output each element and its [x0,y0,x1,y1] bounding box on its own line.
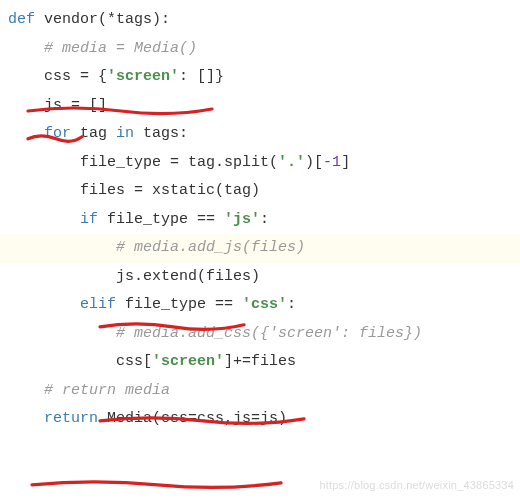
code-line: files = xstatic(tag) [0,177,520,206]
code-line: js.extend(files) [0,263,520,292]
list: [] [80,97,107,114]
var-css: css [44,68,80,85]
call-split: tag.split( [179,154,278,171]
var-css: css[ [116,353,152,370]
bracket-end: ] [224,353,233,370]
call-extend: js.extend(files) [116,268,260,285]
watermark-text: https://blog.csdn.net/weixin_43865334 [319,475,514,496]
brace: { [89,68,107,85]
var-files: files [80,182,134,199]
space [233,296,242,313]
string: 'css' [242,296,287,313]
op-assign: = [134,182,143,199]
keyword-elif: elif [80,296,116,313]
colon: : [287,296,296,313]
bracket: )[ [305,154,323,171]
args-end: js) [260,410,287,427]
string: 'js' [224,211,260,228]
params: (*tags): [98,11,170,28]
var-js: js [44,97,71,114]
number: -1 [323,154,341,171]
code-line: if file_type == 'js': [0,206,520,235]
keyword-in: in [116,125,134,142]
var: file_type [98,211,197,228]
comment: # media = Media() [44,40,197,57]
call-media: Media(css [98,410,188,427]
code-line: js = [] [0,92,520,121]
var-tags: tags: [134,125,188,142]
op-assign: = [188,410,197,427]
var-tag: tag [71,125,116,142]
red-underline-icon [30,476,285,492]
code-block: def vendor(*tags): # media = Media() css… [0,0,520,434]
code-line: # media.add_css({'screen': files}) [0,320,520,349]
op-assign: = [251,410,260,427]
code-line: def vendor(*tags): [0,6,520,35]
string: 'screen' [152,353,224,370]
code-line: elif file_type == 'css': [0,291,520,320]
args: css,js [197,410,251,427]
call-xstatic: xstatic(tag) [143,182,260,199]
string: '.' [278,154,305,171]
func-name: vendor [35,11,98,28]
var: file_type [116,296,215,313]
comment: # media.add_js(files) [116,239,305,256]
colon: : [260,211,269,228]
var-files: files [251,353,296,370]
space [215,211,224,228]
op-plus-assign: += [233,353,251,370]
code-line: css = {'screen': []} [0,63,520,92]
code-line: return Media(css=css,js=js) [0,405,520,434]
code-line: file_type = tag.split('.')[-1] [0,149,520,178]
code-line: for tag in tags: [0,120,520,149]
keyword-return: return [44,410,98,427]
brace-end: : []} [179,68,224,85]
bracket-end: ] [341,154,350,171]
op-assign: = [71,97,80,114]
comment: # media.add_css({'screen': files}) [116,325,422,342]
code-line: # media = Media() [0,35,520,64]
keyword-def: def [8,11,35,28]
keyword-for: for [44,125,71,142]
var-file-type: file_type [80,154,170,171]
op-assign: = [170,154,179,171]
string: 'screen' [107,68,179,85]
comment: # return media [44,382,170,399]
code-line-highlight: # media.add_js(files) [0,234,520,263]
keyword-if: if [80,211,98,228]
op-eq: == [197,211,215,228]
code-line: # return media [0,377,520,406]
op-assign: = [80,68,89,85]
op-eq: == [215,296,233,313]
code-line: css['screen']+=files [0,348,520,377]
